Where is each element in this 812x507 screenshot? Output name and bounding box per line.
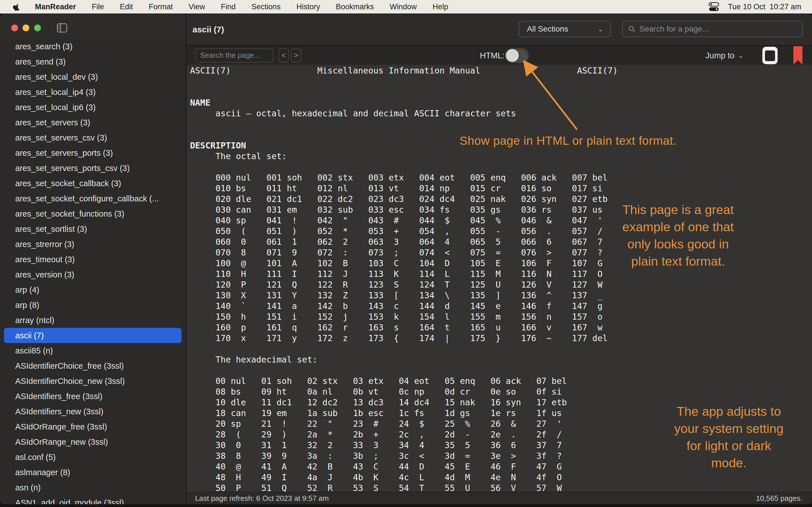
bookmark-icon[interactable] (794, 46, 802, 65)
list-item[interactable]: aslmanager (8) (4, 465, 182, 480)
menu-item-format[interactable]: Format (149, 3, 173, 11)
list-item[interactable]: ares_set_local_ip6 (3) (4, 100, 182, 115)
list-item[interactable]: ares_search (3) (4, 39, 182, 54)
chevron-down-icon: ⌄ (598, 25, 603, 33)
list-item[interactable]: ASIdOrRange_free (3ssl) (4, 419, 182, 434)
list-item[interactable]: ASN1_add_oid_module (3ssl) (4, 495, 182, 504)
toolbar: Search the page... < > HTML: Jump to ⌄ (187, 45, 812, 65)
chevron-left-icon: < (282, 51, 286, 60)
display-icon (765, 50, 775, 61)
annotation-arrow (507, 54, 592, 135)
find-in-page-input[interactable]: Search the page... (195, 48, 273, 62)
sections-dropdown-value: All Sections (527, 24, 568, 34)
list-item[interactable]: ares_set_local_dev (3) (4, 69, 182, 84)
sidebar: ares_search (3)ares_send (3)ares_set_loc… (0, 14, 186, 504)
menu-item-window[interactable]: Window (390, 3, 417, 11)
list-item[interactable]: ares_set_sortlist (3) (4, 221, 182, 237)
chevron-right-icon: > (294, 51, 298, 60)
zoom-button[interactable] (34, 24, 41, 31)
menu-item-history[interactable]: History (296, 3, 320, 11)
app-menu-label[interactable]: ManReader (35, 3, 76, 11)
annotation-dark-mode-note: The app adjusts to your system setting f… (657, 403, 801, 471)
sections-dropdown[interactable]: All Sections ⌄ (518, 21, 611, 37)
annotation-toggle-note: Show page in HTML or plain text format. (460, 134, 677, 148)
sidebar-toggle-button[interactable] (56, 22, 68, 34)
menu-item-sections[interactable]: Sections (252, 3, 281, 11)
list-item[interactable]: ares_set_socket_functions (3) (4, 206, 182, 221)
list-item[interactable]: ares_version (3) (4, 267, 182, 282)
title-bar: ascii (7) All Sections ⌄ Search for a pa… (187, 14, 812, 45)
page-search-input[interactable]: Search for a page... (622, 21, 803, 37)
list-item[interactable]: array (ntcl) (4, 313, 182, 328)
list-item[interactable]: arp (4) (4, 282, 182, 297)
list-item[interactable]: ares_set_socket_callback (3) (4, 176, 182, 191)
menu-item-help[interactable]: Help (433, 3, 448, 11)
list-item[interactable]: asl.conf (5) (4, 450, 182, 465)
list-item[interactable]: ares_set_servers_ports (3) (4, 145, 182, 161)
list-item[interactable]: ares_strerror (3) (4, 237, 182, 252)
chevron-down-icon: ⌄ (738, 52, 744, 59)
close-button[interactable] (11, 24, 18, 31)
list-item[interactable]: ascii85 (n) (4, 343, 182, 358)
status-bar: Last page refresh: 6 Oct 2023 at 9:57 am… (187, 492, 812, 504)
list-item[interactable]: ascii (7) (4, 328, 182, 343)
list-item[interactable]: ares_send (3) (4, 54, 182, 69)
list-item[interactable]: arp (8) (4, 297, 182, 313)
sidebar-list: ares_search (3)ares_send (3)ares_set_loc… (0, 39, 186, 504)
menu-item-view[interactable]: View (189, 3, 205, 11)
apple-menu-icon[interactable] (13, 3, 20, 11)
menu-clock[interactable]: Tue 10 Oct 10:27 am (728, 3, 801, 11)
menu-item-edit[interactable]: Edit (120, 3, 133, 11)
annotation-plain-text-note: This page is a great example of one that… (608, 201, 749, 270)
jump-to-label: Jump to (705, 51, 734, 60)
sidebar-header (0, 14, 186, 39)
list-item[interactable]: ASIdentifiers_free (3ssl) (4, 389, 182, 404)
control-center-icon[interactable] (708, 2, 719, 11)
status-page-count: 10,565 pages. (756, 494, 802, 503)
sidebar-icon (57, 23, 67, 33)
find-previous-button[interactable]: < (278, 48, 289, 62)
reader-view-button[interactable] (762, 47, 777, 64)
list-item[interactable]: ASIdentifiers_new (3ssl) (4, 404, 182, 419)
menu-item-file[interactable]: File (92, 3, 104, 11)
menu-bar: ManReader File Edit Format View Find Sec… (0, 0, 812, 13)
menu-item-bookmarks[interactable]: Bookmarks (336, 3, 374, 11)
list-item[interactable]: ASIdentifierChoice_new (3ssl) (4, 374, 182, 389)
list-item[interactable]: ares_timeout (3) (4, 252, 182, 267)
menu-item-find[interactable]: Find (221, 3, 236, 11)
list-item[interactable]: ares_set_servers_csv (3) (4, 130, 182, 145)
html-toggle-label: HTML: (480, 51, 504, 60)
minimize-button[interactable] (22, 24, 29, 31)
search-icon (628, 25, 636, 33)
list-item[interactable]: ASIdOrRange_new (3ssl) (4, 434, 182, 450)
list-item[interactable]: ares_set_local_ip4 (3) (4, 84, 182, 100)
list-item[interactable]: ares_set_servers_ports_csv (3) (4, 161, 182, 176)
list-item[interactable]: ares_set_socket_configure_callback (... (4, 191, 182, 206)
list-item[interactable]: ASIdentifierChoice_free (3ssl) (4, 358, 182, 374)
page-search-placeholder: Search for a page... (640, 24, 709, 34)
status-refresh: Last page refresh: 6 Oct 2023 at 9:57 am (195, 494, 329, 503)
jump-to-dropdown[interactable]: Jump to ⌄ (705, 51, 744, 60)
list-item[interactable]: asn (n) (4, 480, 182, 495)
page-title: ascii (7) (193, 14, 224, 45)
find-placeholder: Search the page... (200, 51, 260, 60)
find-next-button[interactable]: > (291, 48, 301, 62)
list-item[interactable]: ares_set_servers (3) (4, 115, 182, 130)
